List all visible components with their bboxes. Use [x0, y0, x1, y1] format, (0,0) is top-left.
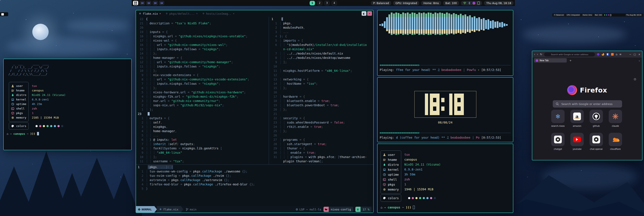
tray-icons — [461, 1, 482, 6]
firefox-window[interactable]: ‹ › ↻ Search with Google or enter addres… — [532, 51, 642, 160]
menu-icon[interactable]: ≡ — [619, 53, 622, 56]
mode-label: NORMAL — [142, 208, 152, 211]
line-number: 18 — [270, 99, 280, 103]
shortcut-tile-icon[interactable] — [609, 133, 622, 146]
shortcut-amazon[interactable]: aamazon — [570, 110, 584, 127]
new-tab-button[interactable]: + — [569, 59, 572, 62]
code-line: 1│ }; — [136, 107, 268, 112]
minimize-button[interactable]: ─ — [630, 53, 631, 56]
url-bar[interactable]: Search with Google or enter address — [544, 52, 595, 57]
line-number: 23 — [136, 112, 148, 116]
tab-close-icon[interactable]: × — [196, 12, 198, 15]
app-launcher-icon[interactable] — [133, 1, 138, 5]
bluetooth-icon[interactable] — [468, 2, 470, 5]
maximize-button[interactable]: ▢ — [634, 53, 636, 56]
shortcut-search-nixos[interactable]: ❄search.nixos — [551, 110, 564, 127]
shortcut-claude[interactable]: claude — [609, 110, 622, 127]
editor-pane-flake[interactable]: 22{21│ description = "tux's NixOS Flake"… — [136, 17, 268, 164]
personalize-gear-icon[interactable]: ⚙ — [634, 77, 636, 81]
phone-icon[interactable] — [478, 2, 480, 5]
code-text: │ │ │ inputs.nixpkgs.follows = "nixpkgs"… — [146, 64, 220, 69]
shell-prompt[interactable]: ⌂→ canopus ~ ))) — [380, 206, 415, 209]
tab-close-icon[interactable]: × — [233, 12, 234, 15]
clock-digit — [454, 94, 464, 115]
shortcut-github[interactable]: github — [590, 110, 603, 127]
workspace-button-3[interactable]: 3 — [324, 1, 330, 6]
window-button[interactable]: $W — [146, 1, 151, 5]
cava-visualizer-panel[interactable]: =====================> Playing: ffee for… — [377, 10, 513, 76]
window-button[interactable]: $W — [159, 1, 164, 5]
code-line: 18│ │ bluetooth.enable = true; — [270, 99, 373, 103]
tab-new-tab[interactable]: New Tab — [534, 58, 567, 63]
forward-icon[interactable]: › — [537, 53, 538, 56]
workspace-button-1[interactable]: 1 — [310, 1, 315, 6]
editor-pane-iso-host[interactable]: 1{1│ pkgs,2│ modulesPath,3│ ...4}: {5│ i… — [270, 17, 373, 164]
shortcut-tile-icon[interactable]: a — [570, 110, 584, 123]
code-line: 23│ │ sudo.wheelNeedsPassword = false; — [270, 120, 373, 125]
theme-toggle-button[interactable]: ◐ — [362, 11, 366, 16]
editor-tab-pkgs-default-[interactable]: ❄pkgs/default...× — [166, 12, 198, 15]
shortcut-chatgpt[interactable]: chatgpt — [551, 133, 564, 150]
extension-icon-4[interactable] — [611, 53, 614, 56]
extension-icon-2[interactable] — [602, 53, 604, 56]
shortcut-cloudflare[interactable]: cloudflare — [609, 133, 622, 150]
desktop: $W$W$W$W 1234 P: BalancedGPU: Integrated… — [0, 0, 644, 216]
neovim-window[interactable]: ❄flake.nix×❄pkgs/default...×❄hosts/isoIm… — [136, 10, 374, 213]
line-number: 12 — [136, 60, 146, 64]
line-number: 2 — [270, 26, 280, 30]
reload-icon[interactable]: ↻ — [540, 53, 542, 56]
home-icon[interactable]: ⌂ — [616, 53, 618, 56]
wifi-icon[interactable] — [463, 2, 466, 4]
code-line: 27│ programs = { — [270, 137, 373, 142]
editor-tab-hosts-isoImag-[interactable]: ❄hosts/isoImag..× — [202, 12, 234, 15]
window-button[interactable]: $W — [140, 1, 145, 5]
shortcut-tile-icon[interactable] — [551, 133, 564, 146]
code-text: │ │ ssh.startAgent = true; — [280, 142, 327, 146]
fetch-label: kernel — [388, 168, 399, 171]
editor-pane-pkgs[interactable]: 1{pkgs, ...}: {1│ tux-awesome-wm-config … — [136, 165, 373, 206]
color-dot — [434, 197, 436, 199]
code-text: │ │ hostName = "iso"; — [280, 82, 318, 86]
tty-clock-panel[interactable]: 08/08/24 =====================> Playing:… — [377, 77, 513, 142]
fastfetch-panel[interactable]: userhnamedistrokerneluptimeshellpkgsmemo… — [377, 144, 513, 213]
back-icon[interactable]: ‹ — [534, 53, 535, 56]
color-dot — [416, 197, 418, 199]
shortcut-tile-icon[interactable] — [570, 133, 584, 146]
kernel-icon — [11, 98, 14, 101]
close-button[interactable]: × — [638, 53, 640, 56]
color-dot — [36, 125, 38, 127]
extension-icon-3[interactable] — [606, 53, 609, 56]
tab-list-chevron-icon[interactable]: ⌄ — [638, 59, 640, 62]
shortcut-tile-icon[interactable]: ❄ — [551, 110, 564, 123]
shell-prompt[interactable]: ⌂→ canopus ~ ))) — [7, 132, 39, 135]
horizontal-split-divider[interactable] — [136, 164, 373, 165]
shortcut-tile-icon[interactable] — [609, 110, 622, 123]
newtab-search-bar[interactable]: Search with Google or enter address — [553, 100, 622, 108]
media-player-icon[interactable] — [472, 2, 475, 5]
search-placeholder: Search with Google or enter address — [561, 102, 612, 106]
extension-icon-1[interactable] — [597, 53, 600, 56]
code-line: 6│ │ "${modulesPath}/installer/cd-dvd/in… — [270, 43, 373, 47]
clock-date: 08/08/24 — [378, 121, 513, 124]
window-button[interactable]: $W — [152, 1, 158, 5]
workspace-button-2[interactable]: 2 — [317, 1, 322, 6]
clock-pill[interactable]: Thu Aug 08, 18:18 — [484, 1, 514, 6]
app-launcher-icon[interactable] — [1, 13, 4, 16]
editor-tab-flake-nix[interactable]: ❄flake.nix× — [139, 12, 161, 15]
tab-close-icon[interactable]: × — [160, 12, 161, 15]
code-text: │ │ │ "x86_64-linux" — [146, 150, 182, 155]
buffer-close-button[interactable]: × — [367, 11, 372, 16]
fetch-value: 3h 59m — [404, 172, 441, 177]
shortcut-youtube[interactable]: youtube — [570, 133, 584, 150]
line-number: 5 — [270, 38, 280, 43]
workspace-button-4[interactable]: 4 — [332, 1, 337, 6]
shortcut-tile-icon[interactable] — [590, 110, 603, 123]
terminal-window[interactable]: _ ___ ____ ____ / |/ (_)_ __/ __ \/ __/ … — [3, 59, 132, 150]
shortcut-chat-openai[interactable]: chat.openai — [590, 133, 603, 150]
clock-pill[interactable]: Thu Aug 08, 18:18 — [625, 14, 642, 16]
vertical-split-divider[interactable] — [268, 17, 269, 164]
shortcut-label: search.nixos — [551, 125, 564, 127]
lines-icon: ≡ — [355, 207, 360, 212]
shortcut-tile-icon[interactable] — [590, 133, 603, 146]
line-number: 1 — [270, 17, 281, 21]
